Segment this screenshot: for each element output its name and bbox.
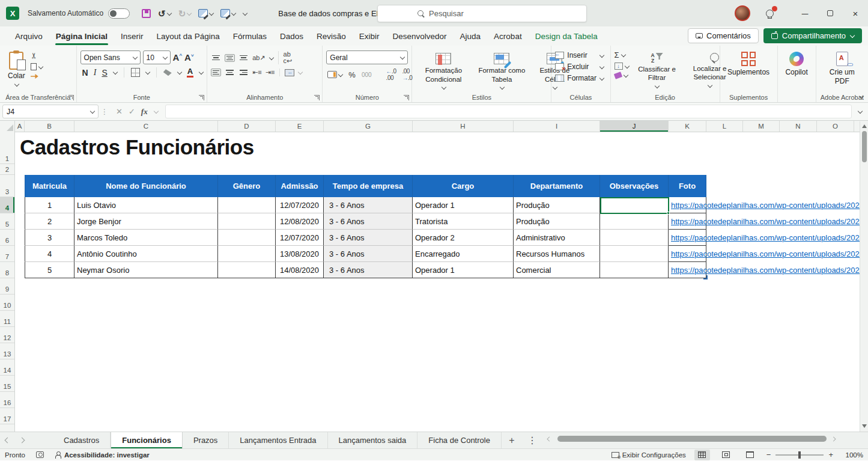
table-cell[interactable]: Operador 1 — [413, 197, 514, 213]
percent-button[interactable]: % — [348, 70, 356, 79]
italic-button[interactable]: I — [94, 68, 97, 78]
ribbon-tab-acrobat[interactable]: Acrobat — [487, 28, 529, 44]
table-cell[interactable] — [218, 262, 276, 278]
table-cell[interactable]: Neymar Osorio — [74, 262, 218, 278]
row-header-11[interactable]: 11 — [0, 311, 14, 327]
insert-function-button[interactable]: fx — [141, 107, 148, 117]
table-cell[interactable] — [218, 230, 276, 246]
table-cell[interactable] — [600, 213, 669, 230]
table-column-header[interactable]: Admissão — [276, 175, 324, 197]
underline-button[interactable]: S — [102, 68, 107, 78]
table-cell[interactable]: 12/08/2020 — [276, 213, 324, 230]
ribbon-tab-arquivo[interactable]: Arquivo — [8, 28, 49, 44]
table-cell[interactable]: https://pacotedeplanilhas.com/wp-content… — [669, 213, 706, 230]
photo-link[interactable]: https://pacotedeplanilhas.com/wp-content… — [671, 201, 864, 210]
table-cell[interactable]: Produção — [514, 213, 600, 230]
ribbon-tab-layout-da-pagina[interactable]: Layout da Página — [150, 28, 226, 44]
table-cell[interactable]: 3 - 6 Anos — [324, 262, 413, 278]
table-cell[interactable]: Tratorista — [413, 213, 514, 230]
number-format-select[interactable]: Geral — [326, 50, 408, 64]
column-header-A[interactable]: A — [15, 121, 25, 132]
fill-color-button[interactable] — [163, 69, 172, 76]
sheet-tab-cadastros[interactable]: Cadastros — [53, 432, 111, 448]
ribbon-tab-exibir[interactable]: Exibir — [353, 28, 386, 44]
sheet-options-button[interactable]: ⋮ — [522, 432, 542, 448]
row-header-14[interactable]: 14 — [0, 359, 14, 376]
scroll-down-arrow[interactable] — [862, 424, 867, 428]
column-header-H[interactable]: H — [413, 121, 514, 132]
table-column-header[interactable]: Matricula — [25, 175, 74, 197]
ribbon-tab-formulas[interactable]: Fórmulas — [226, 28, 273, 44]
formula-input[interactable] — [165, 105, 852, 118]
share-button[interactable]: Compartilhamento — [763, 28, 862, 43]
table-cell[interactable]: Luis Otavio — [74, 197, 218, 213]
horizontal-scrollbar[interactable] — [547, 435, 860, 442]
selected-cell-J4[interactable] — [600, 197, 669, 214]
cut-button[interactable]: ✂ — [31, 52, 43, 60]
column-header-I[interactable]: I — [514, 121, 600, 132]
row-header-6[interactable]: 6 — [0, 230, 14, 246]
table-cell[interactable]: 14/08/2020 — [276, 262, 324, 278]
scroll-left-arrow[interactable] — [547, 436, 552, 441]
format-cells-button[interactable]: Formatar — [555, 74, 604, 82]
photo-link[interactable]: https://pacotedeplanilhas.com/wp-content… — [671, 217, 864, 226]
user-avatar[interactable] — [735, 5, 750, 21]
page-layout-view-button[interactable] — [718, 450, 734, 460]
copy-button[interactable] — [31, 63, 43, 70]
fill-button[interactable]: ↓ — [615, 63, 629, 70]
insert-cells-button[interactable]: Inserir — [555, 51, 604, 60]
table-cell[interactable]: Marcos Toledo — [74, 230, 218, 246]
table-cell[interactable]: Recursos Humanos — [514, 246, 600, 262]
decrease-indent-button[interactable]: ⇤≡ — [252, 69, 262, 76]
table-cell[interactable]: Encarregado — [413, 246, 514, 262]
bold-button[interactable]: N — [82, 68, 88, 78]
create-pdf-button[interactable]: Crie um PDF — [821, 49, 863, 91]
row-header-7[interactable]: 7 — [0, 246, 14, 262]
increase-indent-button[interactable]: ⇥≡ — [266, 69, 275, 76]
table-cell[interactable]: Antônio Coutinho — [74, 246, 218, 262]
next-sheet-arrow[interactable] — [14, 432, 29, 448]
table-cell[interactable]: Jorge Benjor — [74, 213, 218, 230]
font-dialog-launcher[interactable] — [199, 95, 204, 100]
macro-record-icon[interactable] — [36, 451, 44, 458]
table-cell[interactable]: https://pacotedeplanilhas.com/wp-content… — [669, 197, 706, 213]
table-cell[interactable]: Operador 2 — [413, 230, 514, 246]
increase-decimal-button[interactable]: ←.0.00 — [386, 68, 396, 81]
scroll-up-arrow[interactable] — [862, 124, 867, 128]
table-column-header[interactable]: Foto — [669, 175, 706, 197]
table-cell[interactable]: Operador 1 — [413, 262, 514, 278]
sheet-tab-lançamentos-saida[interactable]: Lançamentos saida — [328, 432, 418, 448]
column-header-C[interactable]: C — [74, 121, 218, 132]
ribbon-tab-desenvolvedor[interactable]: Desenvolvedor — [386, 28, 454, 44]
table-cell[interactable]: 4 — [25, 246, 74, 262]
table-column-header[interactable]: Cargo — [413, 175, 514, 197]
table-cell[interactable] — [218, 197, 276, 213]
sheet-tab-ficha-de-controle[interactable]: Ficha de Controle — [417, 432, 502, 448]
table-cell[interactable] — [218, 213, 276, 230]
row-header-10[interactable]: 10 — [0, 295, 14, 311]
page-break-view-button[interactable] — [742, 450, 758, 460]
column-header-L[interactable]: L — [706, 121, 743, 132]
column-header-E[interactable]: E — [276, 121, 324, 132]
borders-button[interactable] — [131, 68, 140, 77]
clear-button[interactable] — [615, 73, 629, 78]
font-color-button[interactable]: A — [187, 67, 193, 78]
quick-table-style-button[interactable] — [196, 7, 216, 19]
table-resize-handle[interactable] — [703, 275, 708, 279]
add-sheet-button[interactable]: + — [502, 432, 522, 448]
fill-handle[interactable] — [667, 212, 670, 215]
table-cell[interactable]: 1 — [25, 197, 74, 213]
display-settings-button[interactable]: Exibir Configurações — [612, 451, 686, 459]
normal-view-button[interactable] — [694, 450, 710, 460]
quick-table-style-button-2[interactable] — [218, 7, 238, 19]
sheet-tab-lançamentos-entrada[interactable]: Lançamentos Entrada — [229, 432, 327, 448]
ribbon-tab-dados[interactable]: Dados — [273, 28, 310, 44]
table-cell[interactable]: 13/08/2020 — [276, 246, 324, 262]
column-header-G[interactable]: G — [324, 121, 413, 132]
photo-link[interactable]: https://pacotedeplanilhas.com/wp-content… — [671, 266, 864, 275]
prev-sheet-arrow[interactable] — [0, 432, 14, 448]
row-header-13[interactable]: 13 — [0, 343, 14, 359]
row-header-16[interactable]: 16 — [0, 392, 14, 408]
sheet-tab-funcionários[interactable]: Funcionários — [111, 432, 183, 448]
table-cell[interactable]: 3 - 6 Anos — [324, 230, 413, 246]
